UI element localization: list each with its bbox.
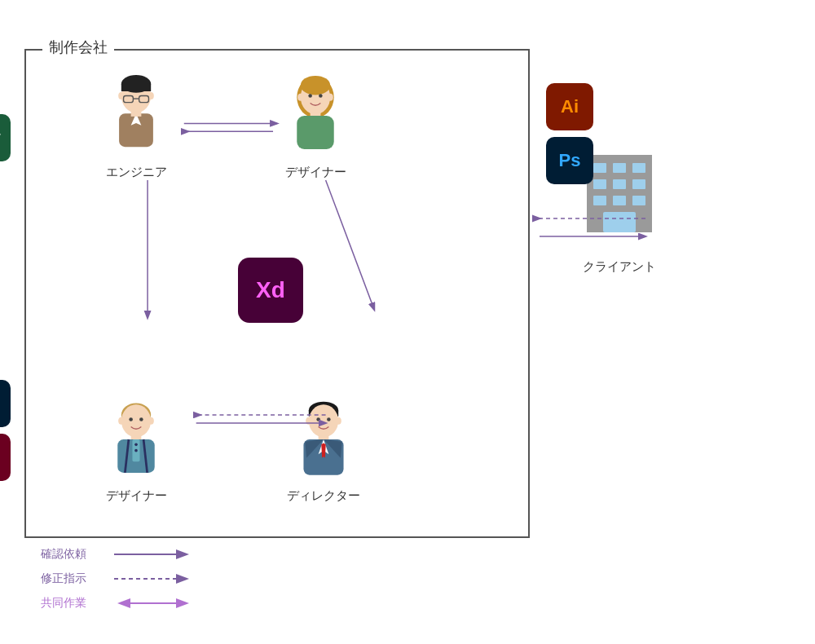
legend-dashed-label: 修正指示	[41, 571, 106, 586]
svg-point-31	[134, 443, 138, 447]
svg-point-25	[139, 417, 143, 421]
svg-point-21	[121, 404, 151, 437]
director-label: ディレクター	[287, 488, 360, 504]
ps-id-icons-left: Ps Id	[0, 380, 11, 481]
production-box: 制作会社 Ai Ps	[24, 49, 530, 538]
director-person: ディレクター	[279, 399, 368, 504]
designer-bottom-avatar	[99, 399, 173, 483]
svg-point-22	[118, 417, 124, 425]
production-label: 制作会社	[42, 37, 114, 57]
legend-solid-label: 確認依頼	[41, 547, 106, 562]
director-avatar	[287, 399, 360, 483]
svg-point-36	[306, 417, 311, 425]
svg-point-23	[148, 417, 154, 425]
outer-arrows	[531, 196, 654, 264]
svg-rect-2	[121, 84, 151, 91]
svg-point-38	[316, 417, 320, 421]
designer-top-label: デザイナー	[285, 165, 346, 180]
svg-point-14	[297, 94, 303, 101]
ai-ps-icons-right: Ai Ps	[546, 83, 593, 184]
svg-point-16	[308, 94, 312, 98]
designer-top-avatar	[279, 75, 352, 160]
designer-bottom-person: デザイナー	[91, 399, 181, 504]
engineer-label: エンジニア	[106, 165, 167, 180]
main-container: Dw Ps Id 制作会社 Ai Ps	[0, 0, 815, 554]
svg-rect-60	[632, 179, 645, 189]
ps-icon-left: Ps	[0, 380, 11, 427]
svg-point-35	[309, 404, 338, 437]
svg-rect-58	[593, 179, 606, 189]
xd-icon: Xd	[238, 258, 303, 323]
svg-rect-59	[613, 179, 626, 189]
engineer-avatar	[99, 75, 173, 160]
legend-solid-arrow	[114, 546, 196, 562]
svg-point-13	[301, 76, 330, 95]
dw-icon: Dw	[0, 114, 11, 161]
legend-double: 共同作業	[41, 595, 196, 611]
legend: 確認依頼 修正指示 共同作業	[41, 546, 196, 620]
svg-marker-43	[321, 443, 325, 458]
svg-point-37	[336, 417, 341, 425]
id-icon: Id	[0, 434, 11, 481]
legend-double-arrow	[114, 595, 196, 611]
svg-point-24	[129, 417, 133, 421]
svg-rect-19	[297, 116, 333, 149]
ai-icon: Ai	[546, 83, 593, 130]
svg-rect-10	[131, 111, 142, 117]
svg-rect-55	[593, 163, 606, 173]
svg-line-48	[326, 180, 375, 310]
legend-dashed-arrow	[114, 571, 196, 587]
legend-double-label: 共同作業	[41, 596, 106, 611]
svg-rect-56	[613, 163, 626, 173]
svg-rect-57	[632, 163, 645, 173]
engineer-person: エンジニア	[91, 75, 181, 180]
legend-dashed: 修正指示	[41, 571, 196, 587]
svg-point-39	[327, 417, 331, 421]
ps-icon-right: Ps	[546, 137, 593, 184]
designer-bottom-label: デザイナー	[106, 488, 167, 504]
svg-point-15	[328, 94, 333, 101]
svg-point-32	[134, 449, 138, 452]
legend-solid: 確認依頼	[41, 546, 196, 562]
designer-top-person: デザイナー	[271, 75, 360, 180]
svg-point-17	[319, 94, 323, 98]
